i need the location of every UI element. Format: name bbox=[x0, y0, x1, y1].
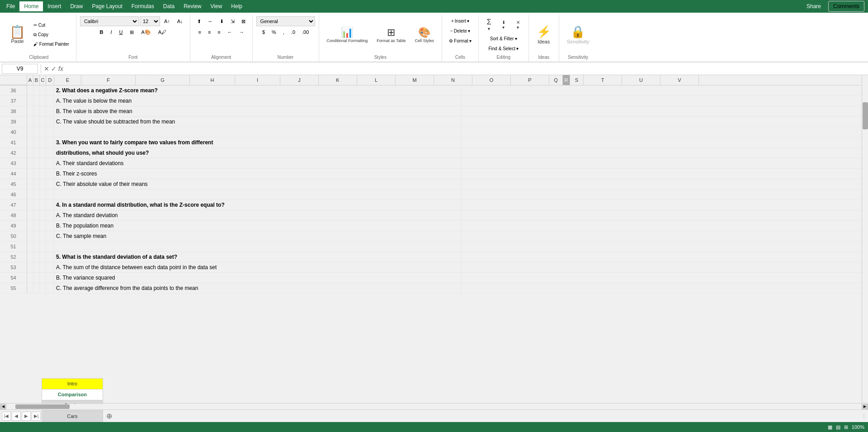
conditional-formatting-button[interactable]: 📊 Conditional Formatting bbox=[323, 20, 372, 50]
cell[interactable] bbox=[40, 138, 46, 147]
cell-content-main[interactable]: A. The sum of the distance between each … bbox=[54, 262, 461, 272]
clear-button[interactable]: ✕ ▾ bbox=[511, 16, 525, 33]
cell[interactable] bbox=[46, 169, 54, 179]
cell[interactable] bbox=[27, 158, 33, 168]
cell-content-main[interactable]: A. The value is below the mean bbox=[54, 96, 461, 106]
align-middle-button[interactable]: ↔ bbox=[205, 16, 216, 26]
row-number[interactable]: 48 bbox=[0, 210, 27, 220]
vertical-scrollbar[interactable] bbox=[862, 75, 868, 403]
menu-view[interactable]: View bbox=[206, 1, 227, 11]
cell-content-main[interactable]: B. The variance squared bbox=[54, 273, 461, 283]
grid-wrapper[interactable]: A B C D E F G H I J K L M N O P Q R S T bbox=[0, 75, 862, 403]
cell[interactable] bbox=[46, 242, 54, 252]
menu-review[interactable]: Review bbox=[179, 1, 206, 11]
cell[interactable] bbox=[27, 96, 33, 106]
merge-button[interactable]: ⊠ bbox=[238, 16, 249, 26]
cell[interactable] bbox=[27, 138, 33, 147]
cell[interactable] bbox=[27, 179, 33, 189]
cell[interactable] bbox=[46, 85, 54, 95]
cell[interactable] bbox=[40, 242, 46, 252]
col-header-n[interactable]: N bbox=[434, 75, 472, 85]
format-cells-button[interactable]: ⚙ Format ▾ bbox=[446, 36, 475, 45]
cell[interactable] bbox=[40, 158, 46, 168]
menu-formulas[interactable]: Formulas bbox=[127, 1, 159, 11]
menu-home[interactable]: Home bbox=[19, 1, 43, 11]
decrease-font-button[interactable]: A↓ bbox=[174, 16, 186, 26]
cell-content-main[interactable]: B. The population mean bbox=[54, 221, 461, 231]
col-header-l[interactable]: L bbox=[357, 75, 396, 85]
col-header-h[interactable]: H bbox=[190, 75, 235, 85]
cell[interactable] bbox=[40, 190, 46, 199]
share-button[interactable]: Share bbox=[801, 1, 826, 11]
cell[interactable] bbox=[27, 283, 33, 293]
col-header-c[interactable]: C bbox=[40, 75, 46, 85]
cell[interactable] bbox=[33, 96, 40, 106]
cell[interactable] bbox=[40, 273, 46, 283]
menu-page-layout[interactable]: Page Layout bbox=[87, 1, 127, 11]
row-number[interactable]: 52 bbox=[0, 252, 27, 262]
cell[interactable] bbox=[33, 169, 40, 179]
row-number[interactable]: 46 bbox=[0, 190, 27, 199]
font-size-select[interactable]: 12 bbox=[140, 16, 160, 26]
cell[interactable] bbox=[27, 221, 33, 231]
align-bottom-button[interactable]: ⬇ bbox=[217, 16, 227, 26]
wrap-text-button[interactable]: ⇲ bbox=[227, 16, 238, 26]
cell[interactable] bbox=[33, 210, 40, 220]
border-button[interactable]: ⊞ bbox=[127, 27, 137, 37]
cell[interactable] bbox=[46, 273, 54, 283]
menu-data[interactable]: Data bbox=[159, 1, 179, 11]
insert-function-icon[interactable]: fx bbox=[58, 65, 63, 72]
col-header-o[interactable]: O bbox=[472, 75, 511, 85]
cell-content-main[interactable]: C. The sample mean bbox=[54, 231, 461, 241]
cell[interactable] bbox=[46, 210, 54, 220]
cell[interactable] bbox=[33, 200, 40, 210]
cell-content-main[interactable]: A. The standard deviation bbox=[54, 210, 461, 220]
cell[interactable] bbox=[40, 221, 46, 231]
cell[interactable] bbox=[40, 169, 46, 179]
cell[interactable] bbox=[46, 179, 54, 189]
paste-button[interactable]: 📋 Paste bbox=[5, 20, 29, 50]
align-right-button[interactable]: ≡ bbox=[214, 27, 223, 37]
font-name-select[interactable]: Calibri bbox=[80, 16, 139, 26]
delete-cells-button[interactable]: − Delete ▾ bbox=[447, 26, 473, 35]
cell[interactable] bbox=[27, 106, 33, 116]
tab-nav-next[interactable]: ▶ bbox=[22, 412, 31, 421]
cell[interactable] bbox=[46, 283, 54, 293]
sort-filter-button[interactable]: Sort & Filter ▾ bbox=[487, 34, 520, 43]
tab-nav-first[interactable]: |◀ bbox=[2, 412, 11, 421]
ideas-button[interactable]: ⚡ Ideas bbox=[533, 20, 555, 50]
cell[interactable] bbox=[40, 127, 46, 137]
sheet-tab-cars[interactable]: Cars bbox=[42, 411, 103, 422]
formula-input[interactable] bbox=[65, 64, 866, 74]
cell[interactable] bbox=[40, 117, 46, 127]
col-header-j[interactable]: J bbox=[280, 75, 319, 85]
cell[interactable] bbox=[40, 85, 46, 95]
italic-button[interactable]: I bbox=[107, 27, 115, 37]
menu-help[interactable]: Help bbox=[226, 1, 247, 11]
cell[interactable] bbox=[27, 169, 33, 179]
view-normal-icon[interactable]: ▦ bbox=[828, 424, 832, 430]
percent-button[interactable]: % bbox=[269, 27, 279, 37]
cell-content-main[interactable]: 4. In a standard normal distribution, wh… bbox=[54, 200, 461, 210]
row-number[interactable]: 55 bbox=[0, 283, 27, 293]
tab-nav-prev[interactable]: ◀ bbox=[12, 412, 21, 421]
view-custom-icon[interactable]: ⊞ bbox=[844, 424, 848, 430]
row-number[interactable]: 39 bbox=[0, 117, 27, 127]
cell[interactable] bbox=[33, 127, 40, 137]
row-number[interactable]: 43 bbox=[0, 158, 27, 168]
col-header-t[interactable]: T bbox=[584, 75, 622, 85]
col-header-a[interactable]: A bbox=[27, 75, 33, 85]
cell-styles-button[interactable]: 🎨 Cell Styles bbox=[411, 20, 439, 50]
decimal-increase-button[interactable]: .0 bbox=[288, 27, 298, 37]
col-header-v[interactable]: V bbox=[660, 75, 699, 85]
menu-file[interactable]: File bbox=[2, 1, 19, 11]
cell[interactable] bbox=[46, 190, 54, 199]
name-box[interactable] bbox=[2, 64, 38, 74]
cell[interactable] bbox=[40, 210, 46, 220]
cell-content-main[interactable]: C. The average difference from the data … bbox=[54, 283, 461, 293]
indent-decrease-button[interactable]: ← bbox=[224, 27, 236, 37]
cell[interactable] bbox=[46, 117, 54, 127]
col-header-s[interactable]: S bbox=[570, 75, 584, 85]
cell-content-main[interactable]: 5. What is the standard deviation of a d… bbox=[54, 252, 461, 262]
cell-content-main[interactable] bbox=[54, 242, 461, 252]
